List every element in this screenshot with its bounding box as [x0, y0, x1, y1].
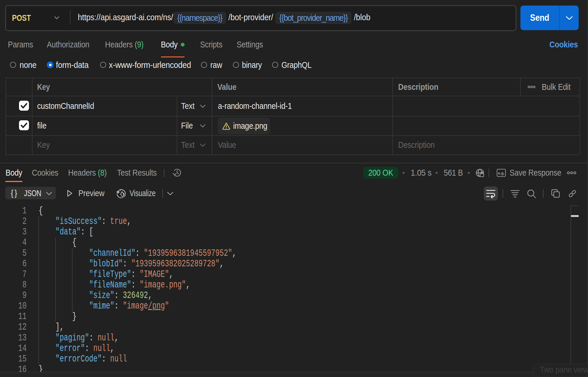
- svg-text:e.g.: e.g.: [498, 171, 504, 175]
